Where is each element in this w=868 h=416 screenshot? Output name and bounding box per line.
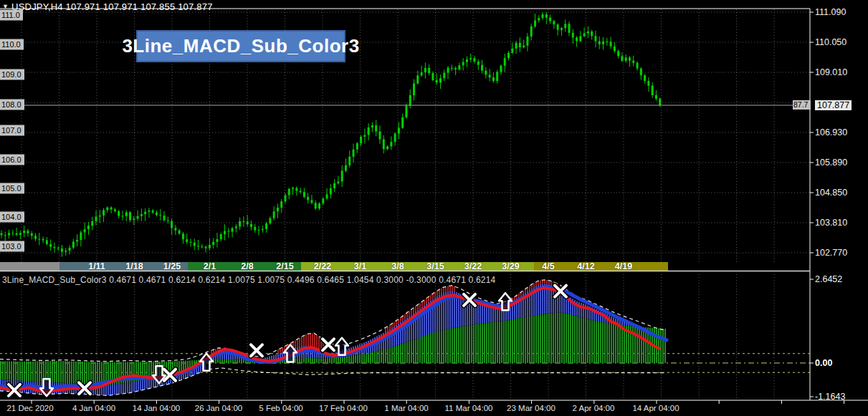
price-label-right: 102.770	[815, 248, 847, 258]
candle-body	[576, 37, 578, 41]
candle-body	[602, 42, 604, 44]
candle-body	[413, 84, 415, 95]
indicator-axis-label: -1.1643	[815, 392, 845, 402]
candle-body	[416, 75, 419, 83]
candle-body	[439, 78, 442, 82]
candle-body	[174, 228, 176, 230]
candle-body	[239, 221, 241, 226]
candle-body	[53, 247, 55, 248]
candle-body	[469, 58, 472, 59]
price-label-left: 104.0	[0, 212, 24, 223]
candle-body	[356, 143, 358, 150]
indicator-name-label-box[interactable]: 3Line_MACD_Sub_Color3	[136, 30, 345, 62]
price-label-left: 109.0	[0, 69, 24, 80]
candle-body	[405, 105, 407, 117]
candle-body	[326, 194, 328, 198]
candle-body	[322, 198, 324, 203]
candle-body	[617, 51, 619, 56]
candle-body	[307, 197, 309, 200]
candle-body	[485, 71, 487, 75]
candle-body	[549, 18, 551, 21]
candle-body	[477, 62, 480, 65]
candle-body	[636, 63, 639, 69]
candle-body	[315, 203, 317, 208]
candle-body	[318, 203, 320, 208]
candle-body	[224, 231, 226, 235]
candle-body	[19, 233, 22, 234]
week-date-label: 2/8	[241, 261, 253, 271]
candle-body	[212, 242, 214, 245]
candle-body	[76, 240, 78, 242]
x-mark-icon	[251, 344, 262, 356]
week-date-label: 1/25	[163, 261, 181, 271]
candle-body	[84, 229, 86, 232]
candle-body	[310, 200, 313, 203]
candle-body	[227, 231, 229, 232]
price-label-right: 110.050	[815, 37, 846, 47]
week-date-label: 3/15	[426, 261, 444, 271]
week-date-label: 1/18	[125, 261, 143, 271]
candle-body	[632, 61, 634, 63]
candle-body	[363, 135, 366, 137]
candle-body	[515, 43, 518, 49]
candle-body	[606, 42, 608, 42]
candle-body	[466, 59, 468, 62]
chevron-down-icon[interactable]: ▼	[2, 3, 9, 10]
week-date-label: 3/29	[502, 261, 519, 271]
candle-body	[49, 244, 52, 247]
candle-body	[46, 240, 48, 243]
candle-body	[114, 209, 116, 211]
candle-body	[341, 171, 343, 182]
price-label-right: 103.810	[815, 218, 847, 228]
candle-body	[167, 221, 169, 221]
candle-body	[242, 221, 244, 222]
candle-body	[496, 72, 498, 81]
candle-body	[652, 86, 654, 95]
candle-body	[140, 214, 143, 216]
candle-body	[474, 58, 476, 62]
chart-canvas[interactable]	[0, 0, 868, 416]
candle-body	[583, 33, 586, 36]
candle-body	[492, 77, 495, 81]
time-axis-label: 14 Jan 04:00	[133, 404, 181, 412]
candle-body	[144, 212, 146, 214]
candle-body	[640, 69, 642, 75]
week-date-label: 4/12	[577, 261, 594, 271]
x-mark-icon	[323, 339, 334, 350]
candle-body	[148, 211, 150, 212]
candle-body	[285, 195, 287, 202]
candle-body	[348, 157, 350, 165]
time-axis-label: 11 Mar 04:00	[445, 404, 493, 412]
time-axis-label: 1 Mar 04:00	[384, 404, 428, 412]
time-axis-label: 4 Jan 04:00	[72, 404, 115, 412]
candle-body	[538, 18, 540, 20]
candle-body	[102, 210, 105, 216]
candle-body	[258, 230, 260, 231]
candle-body	[247, 221, 249, 224]
candle-body	[80, 233, 82, 241]
candle-body	[447, 68, 449, 73]
candle-body	[137, 216, 139, 219]
candle-body	[458, 65, 460, 69]
candle-body	[504, 58, 506, 66]
candle-body	[526, 37, 528, 46]
candle-body	[171, 221, 173, 228]
candle-body	[561, 28, 563, 30]
candle-body	[507, 53, 510, 58]
candle-body	[178, 231, 181, 234]
candle-body	[288, 189, 290, 195]
candle-body	[436, 80, 438, 83]
candle-body	[129, 212, 131, 220]
symbol-title: ▼USDJPY,H4 107.971 107.971 107.855 107.8…	[2, 1, 213, 12]
candle-body	[91, 221, 93, 226]
candle-body	[273, 211, 275, 218]
week-date-label: 3/1	[354, 261, 366, 271]
candle-body	[500, 66, 502, 72]
candle-body	[106, 208, 108, 211]
candle-body	[557, 24, 559, 30]
mt4-chart-window: ▼USDJPY,H4 107.971 107.971 107.855 107.8…	[0, 0, 868, 416]
candle-body	[431, 73, 434, 80]
candle-body	[209, 245, 211, 248]
time-axis-label: 14 Apr 04:00	[632, 404, 679, 412]
candle-body	[295, 188, 297, 190]
